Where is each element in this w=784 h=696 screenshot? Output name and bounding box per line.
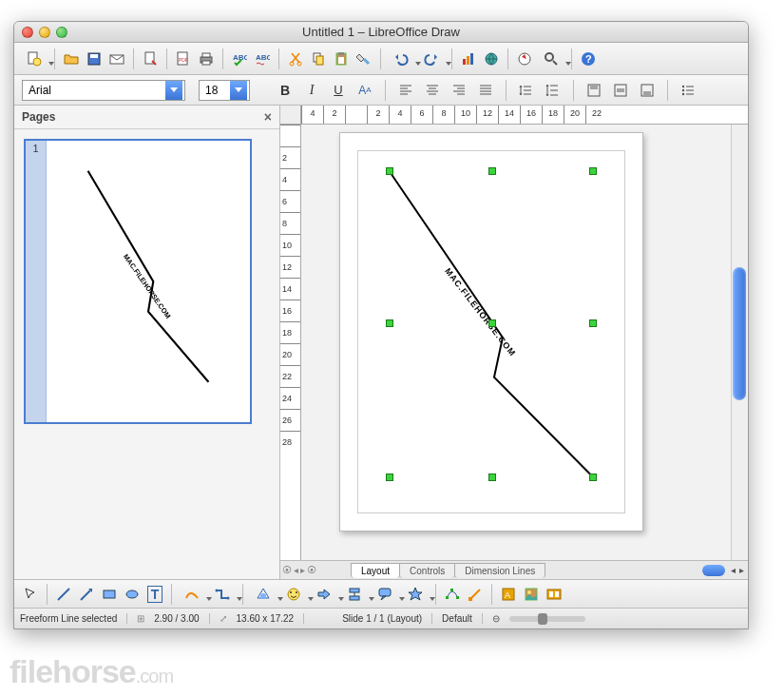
selection-handle-w[interactable] bbox=[386, 319, 393, 327]
svg-point-40 bbox=[260, 593, 266, 599]
tab-nav-prev-icon[interactable]: ◂ bbox=[294, 565, 298, 575]
font-name-combo[interactable] bbox=[22, 80, 185, 101]
svg-point-31 bbox=[682, 85, 684, 87]
open-button[interactable] bbox=[61, 48, 82, 69]
glue-points-button[interactable] bbox=[465, 584, 486, 605]
svg-point-39 bbox=[227, 596, 230, 599]
line-spacing-2-button[interactable] bbox=[543, 80, 564, 101]
copy-button[interactable] bbox=[308, 48, 329, 69]
symbol-shapes-button[interactable] bbox=[279, 584, 308, 605]
connector-tool-button[interactable] bbox=[208, 584, 237, 605]
align-center-button[interactable] bbox=[422, 80, 443, 101]
flowchart-button[interactable] bbox=[340, 584, 369, 605]
curve-tool-button[interactable] bbox=[178, 584, 206, 605]
bullet-list-button[interactable] bbox=[678, 80, 698, 101]
font-name-dropdown[interactable] bbox=[165, 81, 182, 100]
drawing-canvas[interactable]: MAC.FILEHORSE.COM bbox=[301, 125, 731, 560]
selection-handle-nw[interactable] bbox=[386, 167, 393, 175]
underline-button[interactable]: U bbox=[328, 80, 349, 101]
font-scale-button[interactable]: AA bbox=[354, 80, 375, 101]
tab-controls[interactable]: Controls bbox=[399, 563, 455, 578]
font-size-combo[interactable] bbox=[199, 80, 250, 101]
italic-button[interactable]: I bbox=[301, 80, 322, 101]
zoom-button[interactable] bbox=[537, 48, 565, 69]
selection-handle-e[interactable] bbox=[589, 319, 597, 327]
from-file-button[interactable] bbox=[521, 584, 542, 605]
callouts-button[interactable] bbox=[371, 584, 399, 605]
print-button[interactable] bbox=[196, 48, 217, 69]
bold-button[interactable]: B bbox=[275, 80, 296, 101]
scroll-right-icon[interactable]: ▸ bbox=[739, 565, 744, 575]
zoom-slider[interactable] bbox=[509, 616, 585, 622]
save-button[interactable] bbox=[84, 48, 105, 69]
chart-button[interactable] bbox=[458, 48, 479, 69]
hruler-tick: 20 bbox=[564, 106, 585, 125]
edit-file-button[interactable] bbox=[140, 48, 161, 69]
edit-points-button[interactable] bbox=[442, 584, 463, 605]
font-name-input[interactable] bbox=[23, 81, 165, 100]
font-size-input[interactable] bbox=[200, 81, 230, 100]
navigator-button[interactable] bbox=[514, 48, 535, 69]
right-scroll-track[interactable] bbox=[731, 125, 748, 560]
selection-handle-ne[interactable] bbox=[589, 167, 597, 175]
valign-top-button[interactable] bbox=[583, 80, 604, 101]
svg-line-35 bbox=[81, 590, 90, 600]
zoom-out-icon[interactable]: ⊖ bbox=[492, 613, 500, 624]
basic-shapes-button[interactable] bbox=[249, 584, 277, 605]
tab-nav-next-icon[interactable]: ▸ bbox=[300, 565, 305, 575]
format-paintbrush-button[interactable] bbox=[354, 48, 374, 69]
cut-button[interactable] bbox=[285, 48, 306, 69]
redo-button[interactable] bbox=[417, 48, 446, 69]
status-slide: Slide 1 / 1 (Layout) bbox=[342, 613, 432, 624]
gallery-button[interactable] bbox=[544, 584, 564, 605]
spellcheck-button[interactable]: ABC bbox=[229, 48, 250, 69]
svg-rect-44 bbox=[350, 589, 359, 592]
tab-nav-last-icon[interactable]: ⦿ bbox=[307, 565, 316, 575]
font-size-dropdown[interactable] bbox=[230, 81, 247, 100]
align-left-button[interactable] bbox=[395, 80, 416, 101]
drawing-page: MAC.FILEHORSE.COM bbox=[339, 132, 643, 532]
tab-nav-first-icon[interactable]: ⦿ bbox=[282, 565, 292, 575]
arrow-tool-button[interactable] bbox=[76, 584, 97, 605]
scroll-left-icon[interactable]: ◂ bbox=[731, 565, 736, 575]
selection-handle-n[interactable] bbox=[488, 167, 496, 175]
fontwork-button[interactable]: A bbox=[498, 584, 519, 605]
export-pdf-button[interactable]: PDF bbox=[173, 48, 194, 69]
help-button[interactable]: ? bbox=[578, 48, 599, 69]
svg-rect-45 bbox=[350, 596, 359, 600]
paste-button[interactable] bbox=[331, 48, 352, 69]
hyperlink-button[interactable] bbox=[481, 48, 502, 69]
page-thumbnail[interactable]: 1 MAC.FILEHORSE.COM bbox=[24, 139, 252, 424]
selection-handle-c[interactable] bbox=[488, 319, 496, 327]
svg-rect-20 bbox=[463, 59, 466, 65]
auto-spellcheck-button[interactable]: ABC bbox=[252, 48, 273, 69]
new-button[interactable] bbox=[20, 48, 48, 69]
horizontal-ruler[interactable]: 42246810121416182022 bbox=[301, 106, 748, 125]
selection-handle-sw[interactable] bbox=[386, 474, 393, 481]
horizontal-scrollbar-thumb[interactable] bbox=[702, 565, 725, 576]
justify-button[interactable] bbox=[475, 80, 496, 101]
block-arrows-button[interactable] bbox=[310, 584, 338, 605]
pages-panel-close-icon[interactable]: × bbox=[264, 109, 272, 125]
tab-layout[interactable]: Layout bbox=[351, 563, 400, 578]
rectangle-tool-button[interactable] bbox=[99, 584, 120, 605]
stars-button[interactable] bbox=[401, 584, 430, 605]
select-tool-button[interactable] bbox=[20, 584, 41, 605]
undo-button[interactable] bbox=[387, 48, 415, 69]
email-button[interactable] bbox=[106, 48, 127, 69]
svg-rect-49 bbox=[456, 596, 459, 599]
line-spacing-1-button[interactable] bbox=[516, 80, 537, 101]
svg-text:?: ? bbox=[585, 53, 592, 65]
tab-dimension-lines[interactable]: Dimension Lines bbox=[454, 563, 545, 578]
vertical-ruler[interactable]: 246810121416182022242628 bbox=[280, 125, 301, 560]
valign-middle-button[interactable] bbox=[610, 80, 631, 101]
text-tool-button[interactable]: T bbox=[144, 584, 165, 605]
selection-handle-se[interactable] bbox=[589, 474, 597, 481]
line-tool-button[interactable] bbox=[53, 584, 74, 605]
align-right-button[interactable] bbox=[449, 80, 469, 101]
vertical-scrollbar-thumb[interactable] bbox=[733, 267, 746, 400]
valign-bottom-button[interactable] bbox=[637, 80, 658, 101]
vruler-tick: 16 bbox=[280, 300, 300, 321]
selection-handle-s[interactable] bbox=[488, 474, 496, 481]
ellipse-tool-button[interactable] bbox=[122, 584, 143, 605]
